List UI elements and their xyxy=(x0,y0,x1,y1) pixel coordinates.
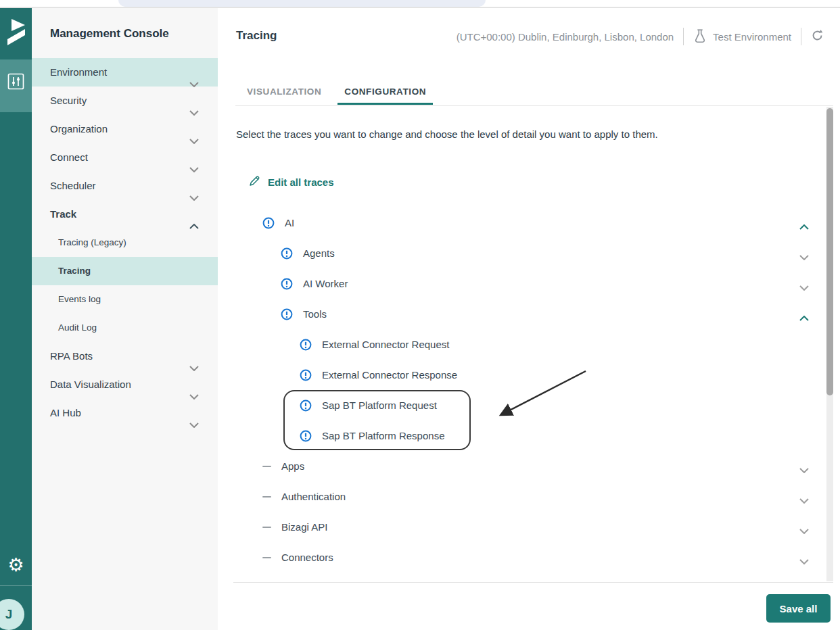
sidebar-item-label: Organization xyxy=(50,123,108,135)
tree-row-label: Agents xyxy=(303,247,335,259)
info-icon xyxy=(300,369,312,381)
tree-row-external-connector-response[interactable]: External Connector Response xyxy=(236,360,826,390)
chevron-down-icon xyxy=(189,410,199,439)
tree-row-authentication[interactable]: Authentication xyxy=(236,481,826,512)
edit-all-traces-label: Edit all traces xyxy=(268,176,334,188)
sidebar-subitem-label: Audit Log xyxy=(58,322,97,333)
dash-icon xyxy=(262,496,271,498)
edit-all-traces-button[interactable]: Edit all traces xyxy=(248,174,334,189)
header-right: (UTC+00:00) Dublin, Edinburgh, Lisbon, L… xyxy=(457,27,824,46)
sidebar-item-scheduler[interactable]: Scheduler xyxy=(32,172,218,200)
chevron-down-icon[interactable] xyxy=(799,251,809,262)
sidebar-item-tracing-legacy[interactable]: Tracing (Legacy) xyxy=(32,228,218,257)
tab-configuration[interactable]: CONFIGURATION xyxy=(337,87,433,105)
tree-row-connectors[interactable]: Connectors xyxy=(236,542,826,573)
sidebar-item-organization[interactable]: Organization xyxy=(32,115,218,143)
tree-row-label: AI xyxy=(285,217,294,228)
chevron-up-icon[interactable] xyxy=(799,312,809,323)
chevron-down-icon[interactable] xyxy=(799,464,809,475)
sidebar-item-data-visualization[interactable]: Data Visualization xyxy=(32,370,218,399)
tree-row-label: Sap BT Platform Request xyxy=(322,399,437,411)
config-description: Select the traces you want to change and… xyxy=(236,128,658,140)
tree-row-tools[interactable]: Tools xyxy=(236,299,826,329)
scrollbar-thumb[interactable] xyxy=(826,108,833,395)
tree-row-external-connector-request[interactable]: External Connector Request xyxy=(236,329,826,360)
info-icon xyxy=(300,399,312,412)
page-title: Tracing xyxy=(236,29,277,43)
sidebar-item-label: AI Hub xyxy=(50,407,81,418)
sidebar-item-connect[interactable]: Connect xyxy=(32,143,218,172)
tab-bar: VISUALIZATION CONFIGURATION xyxy=(240,87,433,105)
panel-bottom-divider xyxy=(233,582,833,583)
tree-row-label: External Connector Response xyxy=(322,369,457,381)
tab-visualization[interactable]: VISUALIZATION xyxy=(240,87,328,105)
tree-row-bizagi-api[interactable]: Bizagi API xyxy=(236,512,826,542)
tree-row-agents[interactable]: Agents xyxy=(236,238,826,268)
sidebar-item-events-log[interactable]: Events log xyxy=(32,285,218,314)
sliders-icon[interactable] xyxy=(7,73,24,93)
icon-rail: ⚙ xyxy=(0,8,32,630)
sidebar-item-label: Connect xyxy=(50,151,88,163)
sidebar-subitem-label: Events log xyxy=(58,294,101,304)
rail-divider xyxy=(0,585,32,586)
sidebar-item-environment[interactable]: Environment xyxy=(32,58,218,87)
tree-row-label: Tools xyxy=(303,308,327,320)
tree-row-sap-bt-platform-response[interactable]: Sap BT Platform Response xyxy=(236,420,826,451)
tree-row-label: Apps xyxy=(281,460,304,472)
tree-row-label: Connectors xyxy=(281,552,333,563)
info-icon xyxy=(281,278,293,290)
sidebar-nav: Environment Security Organization Connec… xyxy=(32,58,218,427)
header-divider xyxy=(801,28,801,45)
app-window: ⚙ J Management Console Environment Secur… xyxy=(0,0,840,630)
sidebar: Management Console Environment Security … xyxy=(32,8,218,630)
header-divider xyxy=(683,28,684,45)
tree-row-label: AI Worker xyxy=(303,278,348,289)
pencil-icon xyxy=(248,174,261,189)
info-icon xyxy=(300,339,312,351)
refresh-icon[interactable] xyxy=(811,29,824,44)
info-icon xyxy=(281,308,293,320)
tree-row-label: Bizagi API xyxy=(281,521,327,533)
info-icon xyxy=(300,430,312,442)
tree-row-ai-worker[interactable]: AI Worker xyxy=(236,268,826,299)
sidebar-subitem-label: Tracing (Legacy) xyxy=(58,237,126,247)
sidebar-item-audit-log[interactable]: Audit Log xyxy=(32,314,218,342)
sidebar-item-label: Scheduler xyxy=(50,180,96,191)
info-icon xyxy=(281,247,293,260)
sidebar-item-security[interactable]: Security xyxy=(32,87,218,115)
dash-icon xyxy=(262,557,271,558)
chevron-down-icon[interactable] xyxy=(799,494,809,506)
save-all-button[interactable]: Save all xyxy=(766,594,831,623)
sidebar-item-label: Track xyxy=(50,208,76,220)
browser-autofill-pill xyxy=(118,0,486,7)
chevron-down-icon[interactable] xyxy=(799,281,809,293)
chevron-down-icon[interactable] xyxy=(799,525,809,536)
tree-row-label: Authentication xyxy=(281,491,346,502)
sidebar-title: Management Console xyxy=(50,27,169,41)
chevron-up-icon[interactable] xyxy=(799,220,809,232)
sidebar-item-tracing[interactable]: Tracing xyxy=(32,257,218,285)
tab-bar-divider xyxy=(235,105,833,106)
tree-row-apps[interactable]: Apps xyxy=(236,451,826,481)
sidebar-item-label: Environment xyxy=(50,66,107,78)
sidebar-subitem-label: Tracing xyxy=(58,266,91,276)
timezone-label: (UTC+00:00) Dublin, Edinburgh, Lisbon, L… xyxy=(457,31,674,43)
info-icon xyxy=(262,217,275,229)
tree-row-label: External Connector Request xyxy=(322,339,449,350)
flask-icon xyxy=(693,28,707,45)
dash-icon xyxy=(262,466,271,467)
tree-row-ai[interactable]: AI xyxy=(236,208,826,238)
sidebar-item-ai-hub[interactable]: AI Hub xyxy=(32,399,218,427)
sidebar-item-label: RPA Bots xyxy=(50,350,93,362)
sidebar-item-label: Data Visualization xyxy=(50,379,131,390)
tree-row-sap-bt-platform-request[interactable]: Sap BT Platform Request xyxy=(236,390,826,420)
sidebar-item-rpa-bots[interactable]: RPA Bots xyxy=(32,342,218,370)
chevron-down-icon[interactable] xyxy=(799,555,809,566)
bizagi-logo[interactable] xyxy=(5,18,27,51)
sidebar-item-label: Security xyxy=(50,95,87,106)
sidebar-item-track[interactable]: Track xyxy=(32,200,218,228)
environment-label: Test Environment xyxy=(713,31,791,43)
environment-indicator[interactable]: Test Environment xyxy=(693,28,791,45)
dash-icon xyxy=(262,527,271,528)
gear-icon[interactable]: ⚙ xyxy=(5,554,27,577)
